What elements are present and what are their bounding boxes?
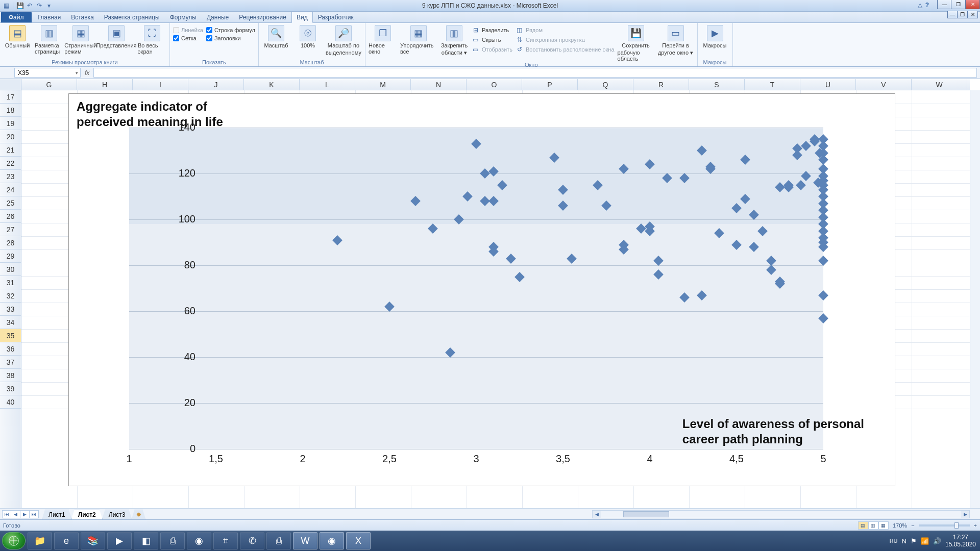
undo-icon[interactable]: ↶ [26, 2, 34, 10]
custom-views-button[interactable]: ▣Представления [98, 25, 135, 48]
row-header[interactable]: 37 [0, 356, 21, 369]
spreadsheet-grid[interactable]: GHIJKLMNOPQRSTUVW 1718192021222324252627… [0, 79, 980, 508]
tray-network-icon[interactable]: 📶 [921, 537, 929, 545]
split-button[interactable]: ⊟Разделить [472, 26, 512, 34]
column-header[interactable]: W [912, 79, 967, 90]
zoom-slider[interactable] [919, 524, 970, 527]
workbook-close-button[interactable]: ✕ [968, 11, 978, 18]
taskbar-chrome2-icon[interactable]: ◉ [320, 532, 344, 549]
sync-scroll-button[interactable]: ⇅Синхронная прокрутка [516, 36, 615, 44]
sheet-tab-2[interactable]: Лист2 [71, 510, 103, 519]
column-header[interactable]: M [355, 79, 411, 90]
macros-button[interactable]: ▶Макросы [701, 25, 729, 48]
column-header[interactable]: N [411, 79, 467, 90]
formula-input[interactable] [93, 68, 977, 78]
tray-flag-icon[interactable]: ⚑ [911, 537, 917, 545]
unhide-button[interactable]: ▭Отобразить [472, 45, 512, 54]
page-layout-button[interactable]: ▥Разметка страницы [35, 25, 63, 55]
save-workspace-button[interactable]: 💾Сохранитьрабочую область [618, 25, 654, 62]
hscroll-thumb[interactable] [623, 511, 669, 517]
row-header[interactable]: 35 [0, 329, 21, 342]
horizontal-scrollbar[interactable]: ◀ ▶ [592, 510, 970, 518]
taskbar-app2-icon[interactable]: ⎙ [160, 532, 185, 549]
zoom-out-button[interactable]: − [911, 522, 914, 529]
tab-data[interactable]: Данные [202, 12, 234, 22]
row-headers[interactable]: 1718192021222324252627282930313233343536… [0, 90, 21, 508]
new-sheet-button[interactable]: ✸ [132, 510, 146, 519]
row-header[interactable]: 18 [0, 104, 21, 117]
column-header[interactable]: K [244, 79, 300, 90]
statusbar-pagebreak-view-button[interactable]: ▦ [878, 521, 889, 530]
zoom-100-button[interactable]: ⦾100% [293, 25, 322, 48]
taskbar-library-icon[interactable]: 📚 [81, 532, 105, 549]
row-header[interactable]: 38 [0, 369, 21, 382]
ruler-checkbox[interactable]: Линейка [173, 27, 203, 33]
workbook-minimize-button[interactable]: — [947, 11, 958, 18]
hide-button[interactable]: ▭Скрыть [472, 36, 512, 44]
arrange-all-button[interactable]: ▦Упорядочить все [400, 25, 437, 55]
taskbar-explorer-icon[interactable]: 📁 [28, 532, 52, 549]
taskbar-media-icon[interactable]: ▶ [107, 532, 132, 549]
vertical-scrollbar[interactable] [970, 90, 980, 508]
side-by-side-button[interactable]: ◫Рядом [516, 26, 615, 34]
select-all-corner[interactable] [0, 79, 21, 90]
taskbar-ie-icon[interactable]: e [54, 532, 79, 549]
hscroll-left-icon[interactable]: ◀ [593, 511, 601, 518]
row-header[interactable]: 17 [0, 90, 21, 104]
sheet-nav-first[interactable]: ⏮ [2, 510, 11, 518]
tray-onenote-icon[interactable]: N [902, 537, 906, 545]
column-headers[interactable]: GHIJKLMNOPQRSTUVW [21, 79, 970, 90]
column-header[interactable]: R [633, 79, 689, 90]
tab-file[interactable]: Файл [1, 12, 32, 22]
window-restore-button[interactable]: ❐ [951, 0, 966, 9]
column-header[interactable]: L [300, 79, 355, 90]
statusbar-normal-view-button[interactable]: ▤ [858, 521, 868, 530]
minimize-ribbon-icon[interactable]: △ [918, 2, 922, 9]
freeze-panes-button[interactable]: ▥Закрепитьобласти ▾ [440, 25, 469, 56]
statusbar-pagelayout-view-button[interactable]: ▥ [868, 521, 878, 530]
taskbar-app3-icon[interactable]: ⌗ [213, 532, 238, 549]
tray-volume-icon[interactable]: 🔊 [933, 537, 941, 545]
row-header[interactable]: 33 [0, 303, 21, 316]
row-header[interactable]: 31 [0, 276, 21, 289]
taskbar-word-icon[interactable]: W [293, 532, 317, 549]
row-header[interactable]: 26 [0, 210, 21, 223]
row-header[interactable]: 24 [0, 183, 21, 196]
page-break-button[interactable]: ▦Страничный режим [66, 25, 95, 55]
sheet-tab-1[interactable]: Лист1 [42, 510, 72, 519]
switch-windows-button[interactable]: ▭Перейти вдругое окно ▾ [657, 25, 694, 56]
tab-formulas[interactable]: Формулы [165, 12, 202, 22]
zoom-button[interactable]: 🔍Масштаб [262, 25, 290, 48]
column-header[interactable]: T [745, 79, 800, 90]
sheet-nav-next[interactable]: ▶ [20, 510, 30, 518]
row-header[interactable]: 23 [0, 170, 21, 183]
column-header[interactable]: G [21, 79, 77, 90]
row-header[interactable]: 20 [0, 130, 21, 143]
row-header[interactable]: 29 [0, 249, 21, 263]
tray-lang[interactable]: RU [890, 538, 898, 544]
start-button[interactable] [2, 532, 26, 549]
help-icon[interactable]: ? [925, 2, 929, 9]
formula-bar-checkbox[interactable]: Строка формул [206, 27, 255, 33]
column-header[interactable]: S [689, 79, 745, 90]
taskbar-app4-icon[interactable]: ⎙ [266, 532, 291, 549]
tab-review[interactable]: Рецензирование [234, 12, 291, 22]
zoom-level[interactable]: 170% [893, 522, 907, 529]
column-header[interactable]: V [856, 79, 912, 90]
tab-developer[interactable]: Разработчик [313, 12, 359, 22]
sheet-nav-prev[interactable]: ◀ [11, 510, 20, 518]
column-header[interactable]: H [77, 79, 133, 90]
zoom-in-button[interactable]: + [974, 522, 977, 529]
save-icon[interactable]: 💾 [16, 2, 24, 10]
taskbar-app1-icon[interactable]: ◧ [134, 532, 158, 549]
workbook-restore-button[interactable]: ❐ [958, 11, 968, 18]
column-header[interactable]: P [522, 79, 578, 90]
qat-customize-icon[interactable]: ▾ [45, 2, 53, 10]
row-header[interactable]: 19 [0, 117, 21, 130]
row-header[interactable]: 28 [0, 236, 21, 249]
tab-view[interactable]: Вид [291, 12, 313, 23]
gridlines-checkbox[interactable]: Сетка [173, 35, 203, 41]
cells-area[interactable]: Aggregate indicator ofperceived meaning … [21, 90, 970, 508]
row-header[interactable]: 34 [0, 316, 21, 329]
window-close-button[interactable]: ✕ [966, 0, 980, 9]
